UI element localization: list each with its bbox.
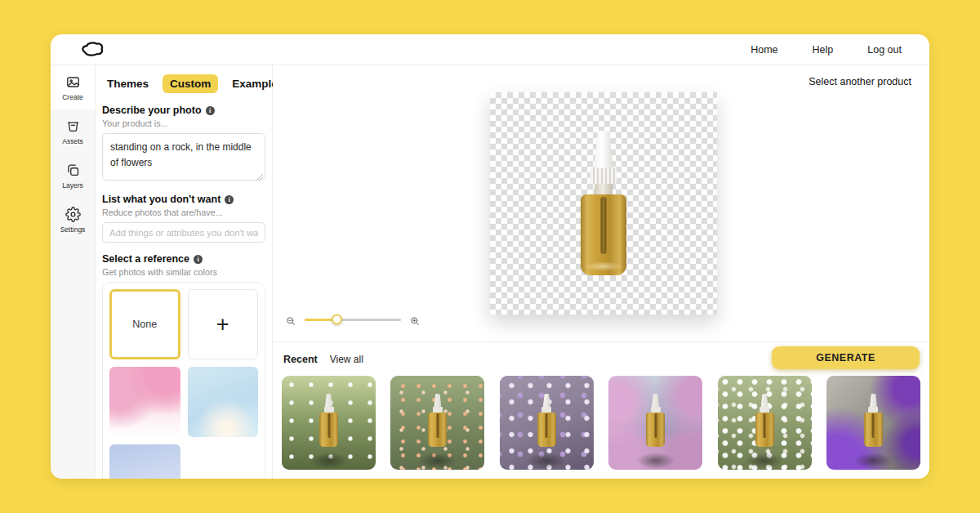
recent-thumbnails: [282, 376, 920, 470]
sidebar-item-label: Assets: [62, 137, 83, 145]
cloud-logo-icon: [78, 40, 106, 60]
zoom-slider-handle[interactable]: [332, 314, 342, 325]
zoom-slider-track[interactable]: [305, 319, 401, 321]
exclude-input[interactable]: [102, 222, 265, 243]
bottle-body: [581, 194, 626, 275]
recent-thumbnail[interactable]: [608, 376, 702, 470]
panel-tabs: Themes Custom Examples: [102, 73, 265, 100]
image-icon: [65, 74, 81, 90]
logout-link[interactable]: Log out: [867, 44, 902, 56]
reference-title: Select a reference i: [102, 253, 265, 265]
exclude-title: List what you don't want i: [102, 194, 265, 205]
dropper-bulb: [594, 131, 613, 168]
sidebar-item-layers[interactable]: Layers: [51, 154, 95, 198]
plus-icon: +: [216, 312, 229, 337]
generate-button[interactable]: GENERATE: [772, 346, 920, 369]
recent-title: Recent: [283, 354, 318, 365]
tab-themes[interactable]: Themes: [105, 74, 150, 93]
sidebar-item-create[interactable]: Create: [51, 65, 95, 109]
recent-thumbnail[interactable]: [718, 376, 812, 470]
info-icon[interactable]: i: [206, 106, 215, 115]
sidebar-item-settings[interactable]: Settings: [51, 198, 95, 242]
view-all-link[interactable]: View all: [330, 354, 363, 365]
sidebar-item-label: Layers: [62, 181, 83, 190]
zoom-in-icon[interactable]: [410, 314, 420, 324]
content: Create Assets Layers: [51, 65, 929, 479]
sidebar-item-label: Create: [62, 93, 83, 101]
info-icon[interactable]: i: [225, 195, 234, 204]
reference-swatch-pink-watercolor[interactable]: [109, 367, 180, 437]
main-area: Select another product: [273, 65, 929, 479]
resize-handle[interactable]: [256, 174, 263, 181]
bottle-neck: [595, 184, 612, 194]
sidebar-item-assets[interactable]: Assets: [51, 109, 95, 154]
describe-textarea[interactable]: standing on a rock, in the middle of flo…: [102, 133, 265, 181]
reference-swatch-periwinkle[interactable]: [109, 444, 180, 479]
gear-icon: [65, 207, 81, 222]
layers-icon: [65, 163, 81, 178]
help-link[interactable]: Help: [813, 44, 834, 56]
storage-box-icon: [65, 118, 81, 134]
add-reference-button[interactable]: +: [188, 289, 259, 359]
recent-thumbnail[interactable]: [390, 376, 484, 470]
exclude-title-text: List what you don't want: [102, 194, 220, 205]
select-another-product-link[interactable]: Select another product: [808, 76, 911, 87]
dropper-collar: [590, 167, 617, 184]
sidebar-item-label: Settings: [60, 225, 86, 234]
reference-none-option[interactable]: None: [109, 289, 180, 359]
reference-title-text: Select a reference: [102, 253, 189, 265]
home-link[interactable]: Home: [751, 44, 777, 56]
divider: [273, 341, 929, 342]
reference-grid: None +: [102, 282, 265, 479]
tab-custom[interactable]: Custom: [163, 74, 218, 93]
header: Home Help Log out: [51, 34, 929, 65]
describe-title: Describe your photo i: [102, 105, 265, 116]
recent-thumbnail[interactable]: [282, 376, 376, 470]
describe-title-text: Describe your photo: [102, 105, 202, 116]
zoom-out-icon[interactable]: [286, 314, 296, 324]
recent-header: Recent View all: [283, 348, 363, 371]
product-canvas[interactable]: [490, 92, 717, 314]
header-nav: Home Help Log out: [751, 44, 902, 56]
reference-swatch-soft-blue[interactable]: [188, 367, 259, 437]
describe-subtitle: Your product is...: [102, 118, 265, 128]
icon-rail: Create Assets Layers: [51, 65, 96, 479]
info-icon[interactable]: i: [194, 255, 203, 264]
recent-thumbnail[interactable]: [500, 376, 594, 470]
left-panel: Themes Custom Examples Describe your pho…: [96, 65, 273, 479]
product-bottle-image: [579, 131, 628, 275]
exclude-subtitle: Reduce photos that are/have...: [102, 207, 265, 217]
reference-swatch-teal-silk[interactable]: [188, 444, 259, 479]
reference-subtitle: Get photos with similar colors: [102, 267, 265, 277]
app-window: Home Help Log out Create A: [51, 34, 929, 479]
zoom-slider-row: [286, 314, 420, 324]
recent-thumbnail[interactable]: [826, 376, 920, 470]
